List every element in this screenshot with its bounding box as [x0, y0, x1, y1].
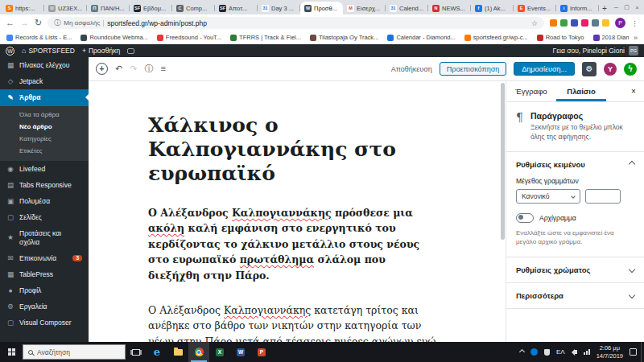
new-content-button[interactable]: + Προσθήκη: [82, 47, 120, 55]
drop-cap-toggle[interactable]: [516, 213, 534, 223]
bookmarks-overflow-icon[interactable]: »: [634, 34, 638, 42]
bookmark-item[interactable]: TFRRS | Track & Fiel...: [230, 34, 301, 41]
language-indicator[interactable]: ΕΛ: [556, 348, 565, 356]
extension-icon[interactable]: [581, 19, 588, 27]
bookmark-item[interactable]: Roundcube Webma...: [80, 34, 147, 41]
sidebar-item-tools[interactable]: ⚙Εργαλεία: [0, 298, 89, 315]
post-paragraph[interactable]: Ο Αλέξανδρος Καλπογιαννάκης κατετάγη τρί…: [148, 302, 440, 342]
post-paragraph[interactable]: Ο Αλέξανδρος Καλπογιαννάκης πρόσθεσε μια…: [148, 205, 440, 283]
tab-block[interactable]: Πλαίσιο: [556, 81, 606, 101]
site-info-icon[interactable]: ⓘ: [54, 19, 60, 27]
sidebar-item-pages[interactable]: ▢Σελίδες: [0, 209, 89, 225]
settings-gear-icon[interactable]: ⚙: [582, 62, 597, 76]
app-icon-red-button[interactable]: P: [251, 342, 272, 362]
browser-tab[interactable]: Shttps:...: [2, 2, 44, 14]
volume-icon[interactable]: [572, 349, 577, 356]
sidebar-item-media[interactable]: ▣Πολυμέσα: [0, 193, 89, 209]
save-draft-button[interactable]: Αποθήκευση: [391, 65, 432, 73]
block-navigation-icon[interactable]: ≡: [160, 64, 165, 73]
file-explorer-icon-button[interactable]: [167, 342, 188, 362]
show-desktop-button[interactable]: [641, 342, 644, 362]
app-icon-green-button[interactable]: X: [209, 342, 230, 362]
panel-text-settings-header[interactable]: Ρυθμίσεις κειμένου: [506, 152, 644, 177]
browser-menu-icon[interactable]: ⋮: [631, 19, 638, 27]
taskbar-clock[interactable]: 2:06 μμ 14/7/2019: [597, 344, 623, 360]
post-title[interactable]: Χάλκινος ο Καλπογιαννάκης στο ευρωπαϊκό: [148, 113, 440, 186]
browser-tab[interactable]: 31Calend...: [386, 2, 428, 14]
profile-avatar[interactable]: P: [615, 18, 625, 28]
sidebar-subitem-tags[interactable]: Ετικέτες: [0, 145, 89, 157]
bookmark-item[interactable]: Calendar - Diamond...: [387, 34, 455, 41]
font-size-select[interactable]: Κανονικό: [516, 189, 580, 204]
undo-icon[interactable]: ↶: [115, 64, 122, 73]
hidden-icons-chevron-icon[interactable]: [519, 349, 525, 355]
extension-icon[interactable]: [571, 19, 578, 27]
panel-color-settings-header[interactable]: Ρυθμίσεις χρώματος: [506, 257, 644, 282]
sidebar-subitem-new-post[interactable]: Νέο άρθρο: [0, 121, 89, 133]
tab-document[interactable]: Έγγραφο: [506, 81, 556, 101]
bookmark-item[interactable]: sportsfeed.gr/wp-c...: [464, 34, 528, 41]
close-settings-icon[interactable]: ×: [623, 81, 644, 101]
forward-icon[interactable]: →: [20, 19, 29, 27]
bookmark-item[interactable]: 2018 Diamond Lea...: [593, 34, 629, 41]
extension-icon[interactable]: [592, 19, 599, 27]
howdy-greeting[interactable]: Γεια σου, Pinelopi Gioni: [553, 47, 625, 55]
sidebar-item-posts[interactable]: ✎Άρθρα: [0, 89, 89, 105]
bookmark-item[interactable]: Freedsound - YouT...: [157, 34, 221, 41]
add-block-button[interactable]: +: [96, 63, 108, 75]
publish-button[interactable]: Δημοσίευση...: [514, 62, 575, 76]
scrollbar-thumb[interactable]: [501, 83, 505, 240]
extension-icon[interactable]: [560, 19, 568, 27]
taskbar-search[interactable]: Αναζήτηση: [23, 344, 126, 360]
chrome-icon-button[interactable]: [188, 342, 209, 362]
custom-font-size-input[interactable]: [585, 189, 621, 204]
bookmark-item[interactable]: Road to Tokyo: [537, 34, 584, 41]
tray-app-icon[interactable]: [530, 348, 538, 356]
sidebar-item-livefeed[interactable]: ◉Livefeed: [0, 161, 89, 177]
browser-tab[interactable]: 31Day 3 ...: [258, 2, 300, 14]
sidebar-item-tabs-responsive[interactable]: ▤Tabs Responsive: [0, 177, 89, 193]
sidebar-item-profile[interactable]: ●Προφίλ: [0, 282, 89, 298]
browser-tab[interactable]: UUZ3EX...: [44, 2, 87, 14]
bookmark-item[interactable]: Tilastopaja Oy Track...: [310, 34, 378, 41]
sidebar-item-contact[interactable]: ✉Επικοινωνία3: [0, 250, 89, 266]
browser-tab[interactable]: EEvents...: [514, 2, 556, 14]
browser-tab[interactable]: CComp...: [172, 2, 215, 14]
browser-tab[interactable]: SFΕβδομ...: [130, 2, 172, 14]
extension-icon[interactable]: [602, 19, 609, 27]
preview-button[interactable]: Προεπισκόπηση: [440, 62, 506, 76]
browser-tab[interactable]: SFΑποτ...: [215, 2, 258, 14]
close-button[interactable]: ×: [632, 5, 642, 10]
bookmark-item[interactable]: Records & Lists - E...: [6, 34, 72, 41]
browser-tab[interactable]: ΠΠΑΝ/Η...: [87, 2, 130, 14]
browser-tab[interactable]: iInform...: [556, 2, 599, 14]
content-scrollbar[interactable]: [499, 81, 506, 342]
wordpress-logo-icon[interactable]: W: [6, 47, 14, 56]
content-structure-icon[interactable]: ⓘ: [144, 64, 153, 73]
browser-tab[interactable]: f(1) Ak...: [471, 2, 514, 14]
edge-icon-button[interactable]: e: [147, 342, 167, 362]
defender-icon[interactable]: [544, 349, 550, 356]
sidebar-item-feedback[interactable]: ★Προτάσεις και σχόλια: [0, 225, 89, 249]
browser-tab[interactable]: WΠροσθ...: [300, 2, 343, 14]
browser-tab[interactable]: MΕισερχ...: [343, 2, 386, 14]
extension-icon[interactable]: [550, 19, 557, 27]
omnibox[interactable]: ⓘ Μη ασφαλής sportsfeed.gr/wp-admin/post…: [47, 17, 544, 29]
jetpack-icon[interactable]: ϟ: [624, 63, 637, 76]
yoast-seo-icon[interactable]: Y: [604, 63, 617, 76]
redo-icon[interactable]: ↷: [130, 64, 137, 73]
comments-icon[interactable]: [127, 48, 134, 54]
back-icon[interactable]: ←: [6, 19, 14, 27]
panel-more-header[interactable]: Περισσότερα: [506, 283, 644, 308]
network-icon[interactable]: [584, 349, 590, 355]
site-name-link[interactable]: ⌂ SPORTSFEED: [22, 47, 75, 55]
app-icon-blue-button[interactable]: W: [230, 342, 251, 362]
sidebar-subitem-categories[interactable]: Κατηγορίες: [0, 133, 89, 145]
sidebar-item-dashboard[interactable]: ▦Πίνακας ελέγχου: [0, 57, 89, 73]
start-button[interactable]: [0, 342, 23, 362]
bookmark-star-icon[interactable]: ☆: [531, 19, 538, 27]
sidebar-item-jetpack[interactable]: ◇Jetpack: [0, 73, 89, 89]
browser-tab[interactable]: NNEWS...: [428, 2, 471, 14]
sidebar-item-tablepress[interactable]: ▦TablePress: [0, 266, 89, 282]
maximize-button[interactable]: ▢: [621, 4, 632, 10]
